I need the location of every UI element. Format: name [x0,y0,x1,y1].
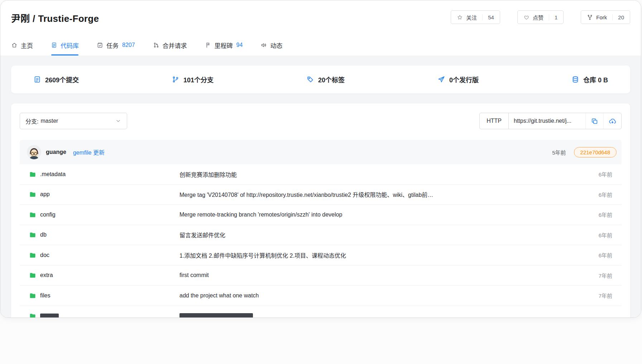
file-name-cell: files [20,292,179,299]
tab-milestones-count: 94 [236,42,243,48]
file-commit-time: 6年前 [590,231,612,239]
fork-count: 20 [612,14,624,20]
file-commit-time: 7年前 [590,292,612,299]
cloud-download-icon [609,117,616,125]
file-commit-message [179,313,590,318]
heart-icon [523,14,530,20]
file-name-cell: doc [20,252,179,259]
file-commit-time: 6年前 [590,170,612,178]
folder-icon [29,231,36,238]
file-name[interactable]: app [40,191,50,198]
file-commit-time: 6年前 [590,191,612,198]
praise-button[interactable]: 点赞 1 [517,10,564,24]
file-name-cell: .metadata [20,171,179,178]
copy-icon [591,117,598,125]
file-row[interactable]: app Merge tag 'V20140708' of http://repo… [20,185,622,205]
tab-tasks-count: 8207 [122,42,135,48]
protocol-button[interactable]: HTTP [480,113,509,129]
fork-label: Fork [596,14,607,20]
tab-activity[interactable]: 动态 [260,35,282,55]
branch-label: 分支: [25,117,38,125]
folder-icon [29,252,36,259]
stat-commits-label: 2609个提交 [45,75,79,84]
tab-milestones-label: 里程碑 [215,41,233,50]
branch-value: master [40,118,58,124]
tab-home[interactable]: 主页 [11,35,33,55]
file-row[interactable]: db 留言发送邮件优化 6年前 [20,225,622,246]
file-commit-time: 6年前 [590,251,612,259]
file-commit-message[interactable]: 留言发送邮件优化 [179,230,590,239]
stat-commits[interactable]: 2609个提交 [33,75,79,84]
stat-releases[interactable]: 0个发行版 [437,75,479,84]
file-row-clipped[interactable] [20,306,622,318]
tab-milestones[interactable]: 里程碑 94 [205,35,243,55]
file-name-cell: app [20,191,179,198]
screen: 尹刚 / Trustie-Forge 关注 54 点赞 1 [0,0,642,364]
commit-hash-badge[interactable]: 221e70d648 [574,147,617,157]
file-row[interactable]: extra first commit 7年前 [20,266,622,286]
file-name-cell [20,312,179,318]
repo-files-card: 分支: master HTTP https://git.trustie.net/… [11,103,630,318]
commits-icon [33,76,41,83]
avatar[interactable] [27,145,41,159]
file-name[interactable]: extra [40,272,53,278]
file-row[interactable]: doc 1.添加文档 2.邮件中缺陷序号计算机制优化 2.项目、课程动态优化 6… [20,245,622,266]
file-commit-message[interactable]: add the project what one watch [179,292,590,299]
folder-icon [29,292,36,299]
file-name[interactable]: db [40,232,47,238]
star-icon [457,14,463,20]
folder-icon [29,171,36,178]
latest-commit-bar: guange gemfile 更新 5年前 221e70d648 [20,140,622,164]
stat-branches[interactable]: 101个分支 [172,75,214,84]
tab-activity-label: 动态 [270,41,282,50]
chevron-down-icon [115,118,121,124]
watch-label: 关注 [466,14,477,21]
repo-title[interactable]: 尹刚 / Trustie-Forge [11,11,99,24]
milestone-icon [205,42,211,48]
file-row[interactable]: files add the project what one watch 7年前 [20,286,622,306]
stat-tags-label: 20个标签 [318,75,345,84]
file-name[interactable]: config [40,212,56,218]
folder-icon [29,211,36,218]
copy-url-button[interactable] [585,113,603,129]
stat-repo-size-label: 仓库 0 B [583,75,608,84]
repo-header: 尹刚 / Trustie-Forge 关注 54 点赞 1 [0,0,641,35]
file-commit-time: 6年前 [590,211,612,218]
release-icon [437,76,445,83]
tasks-icon [97,42,103,48]
clone-url-input[interactable]: https://git.trustie.net/j... [509,113,585,129]
file-commit-message[interactable]: first commit [179,272,590,278]
file-name[interactable]: doc [40,252,49,258]
fork-button[interactable]: Fork 20 [581,10,630,24]
clipped-text [40,314,59,318]
file-name[interactable]: .metadata [40,171,66,178]
file-row[interactable]: config Merge remote-tracking branch 'rem… [20,205,622,225]
stat-repo-size[interactable]: 仓库 0 B [571,75,608,84]
branch-selector[interactable]: 分支: master [20,113,127,129]
file-commit-message[interactable]: 1.添加文档 2.邮件中缺陷序号计算机制优化 2.项目、课程动态优化 [179,251,590,259]
repo-content: 2609个提交 101个分支 20个标签 [0,55,641,317]
clone-url-group: HTTP https://git.trustie.net/j... [479,113,622,129]
tab-merge-requests[interactable]: 合并请求 [153,35,187,55]
tab-tasks[interactable]: 任务 8207 [97,35,135,55]
tab-tasks-label: 任务 [106,41,119,50]
tab-code[interactable]: 代码库 [51,35,79,55]
stat-tags[interactable]: 20个标签 [306,75,345,84]
repo-toolbar: 分支: master HTTP https://git.trustie.net/… [11,103,630,140]
file-commit-message[interactable]: Merge tag 'V20140708' of http://reposito… [179,190,590,199]
clipped-text [179,313,253,318]
commit-author[interactable]: guange [46,149,66,155]
file-name[interactable]: files [40,292,50,299]
file-commit-message[interactable]: Merge remote-tracking branch 'remotes/or… [179,212,590,218]
folder-icon [29,312,36,318]
praise-label: 点赞 [533,14,543,21]
file-name-cell: db [20,231,179,238]
folder-icon [29,191,36,198]
file-commit-message[interactable]: 创新竞赛添加删除功能 [179,170,590,179]
repo-stats-card: 2609个提交 101个分支 20个标签 [11,65,630,93]
header-actions: 关注 54 点赞 1 Fork 20 [451,10,630,24]
commit-message-link[interactable]: gemfile 更新 [73,148,105,156]
download-button[interactable] [603,113,621,129]
file-row[interactable]: .metadata 创新竞赛添加删除功能 6年前 [20,164,622,185]
watch-button[interactable]: 关注 54 [451,10,500,24]
